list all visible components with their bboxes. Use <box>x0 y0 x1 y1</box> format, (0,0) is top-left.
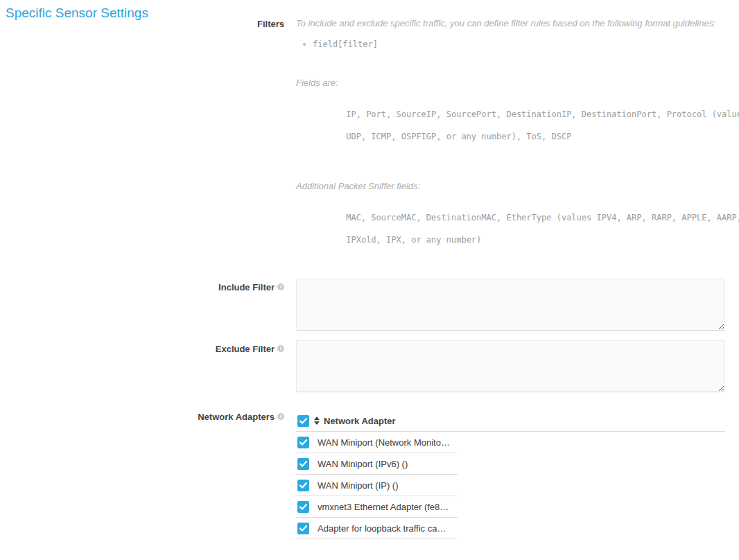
network-adapters-label: Network Adapters <box>0 410 284 539</box>
exclude-filter-label: Exclude Filter <box>0 340 284 394</box>
adapter-name: WAN Miniport (IPv6) () <box>318 459 408 469</box>
exclude-filter-row: Exclude Filter <box>0 340 725 394</box>
include-filter-input[interactable] <box>296 279 725 331</box>
sort-icon[interactable] <box>314 417 320 425</box>
include-filter-row: Include Filter <box>0 279 725 333</box>
adapter-name: Adapter for loopback traffic ca… <box>318 523 446 534</box>
filters-label: Filters <box>0 19 284 256</box>
adapter-table-header: Network Adapter <box>296 410 725 432</box>
info-icon[interactable] <box>277 413 284 420</box>
exclude-filter-input[interactable] <box>296 340 725 392</box>
filters-row: Filters To include and exclude specific … <box>0 19 725 256</box>
fields-list: IP, Port, SourceIP, SourcePort, Destinat… <box>296 98 725 153</box>
adapter-table: Network Adapter WAN Miniport (Network Mo… <box>296 410 725 539</box>
adapter-name: WAN Miniport (IP) () <box>318 480 399 491</box>
filter-format-bullet: field[filter] <box>296 39 725 50</box>
check-icon <box>299 418 307 424</box>
adapter-row: WAN Miniport (Network Monito… <box>296 432 458 453</box>
adapter-row: WAN Miniport (IPv6) () <box>296 453 458 475</box>
adapter-checkbox[interactable] <box>297 480 309 491</box>
filter-format-text: field[filter] <box>313 39 378 50</box>
adapter-checkbox[interactable] <box>297 458 309 470</box>
include-filter-label: Include Filter <box>0 279 284 333</box>
info-icon[interactable] <box>277 345 284 352</box>
fields-heading: Fields are: <box>296 78 725 88</box>
adapter-checkbox[interactable] <box>297 523 309 534</box>
check-icon <box>299 504 307 510</box>
sniffer-fields-heading: Additional Packet Sniffer fields: <box>296 182 725 191</box>
check-icon <box>299 439 307 446</box>
info-icon[interactable] <box>277 283 284 290</box>
specific-sensor-settings-page: Specific Sensor Settings Filters To incl… <box>0 0 739 560</box>
sniffer-fields-list: MAC, SourceMAC, DestinationMAC, EtherTyp… <box>296 201 725 256</box>
adapter-checkbox[interactable] <box>297 437 309 448</box>
adapter-row: vmxnet3 Ethernet Adapter (fe8… <box>296 496 458 518</box>
adapter-row: Adapter for loopback traffic ca… <box>296 518 458 539</box>
filters-guidelines: To include and exclude specific traffic,… <box>296 19 725 256</box>
select-all-checkbox[interactable] <box>297 415 309 427</box>
bullet-icon <box>303 43 306 46</box>
check-icon <box>299 461 307 467</box>
adapter-name: vmxnet3 Ethernet Adapter (fe8… <box>318 502 449 512</box>
settings-form: Filters To include and exclude specific … <box>0 19 725 560</box>
adapter-checkbox[interactable] <box>297 501 309 513</box>
check-icon <box>299 525 307 532</box>
network-adapters-row: Network Adapters Network Adapter WAN Min… <box>0 410 725 539</box>
filters-intro: To include and exclude specific traffic,… <box>296 19 725 28</box>
check-icon <box>299 482 307 489</box>
adapter-row: WAN Miniport (IP) () <box>296 475 458 496</box>
adapter-column-header[interactable]: Network Adapter <box>324 416 396 426</box>
adapter-name: WAN Miniport (Network Monito… <box>318 437 450 448</box>
